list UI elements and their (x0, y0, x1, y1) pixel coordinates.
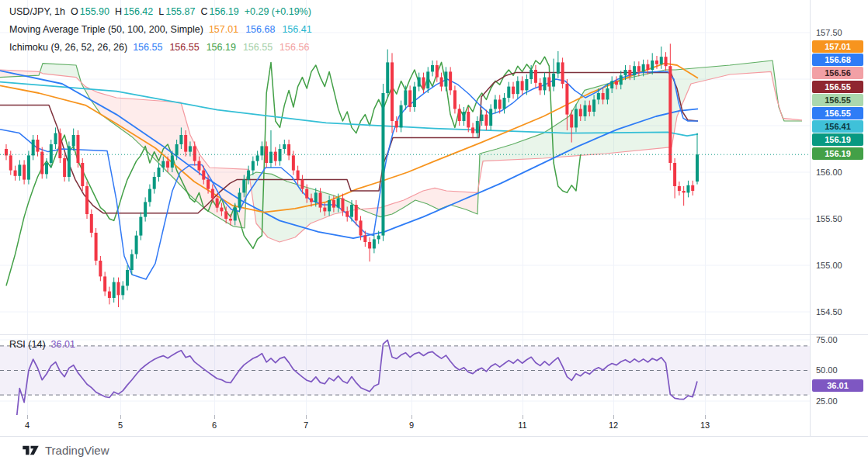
ichimoku-value: 156.55 (133, 42, 162, 53)
rsi-axis-label: 75.00 (816, 334, 838, 345)
ichimoku-legend-row[interactable]: Ichimoku (9, 26, 52, 26, 26) 156.55156.5… (9, 42, 309, 53)
price-badge: 156.19 (812, 147, 863, 160)
ichimoku-value: 156.19 (207, 42, 236, 53)
rsi-axis-label: 50.00 (816, 365, 838, 375)
time-axis-label: 7 (304, 420, 308, 430)
price-badge: 156.55 (812, 107, 863, 119)
chart-canvas[interactable] (0, 0, 868, 467)
rsi-axis-label: 25.00 (816, 396, 838, 406)
symbol-title: USD/JPY, 1h (9, 6, 65, 17)
symbol-legend-row[interactable]: USD/JPY, 1h O155.90 H156.42 L155.87 C156… (9, 6, 311, 17)
price-axis[interactable]: 157.50156.00155.50155.00154.5075.0050.00… (811, 0, 868, 436)
ma-value: 156.41 (282, 24, 311, 35)
price-badge: 156.41 (812, 120, 863, 133)
ichimoku-value: 156.55 (169, 42, 199, 53)
tradingview-chart-widget: USD/JPY, 1h O155.90 H156.42 L155.87 C156… (0, 0, 868, 467)
price-change: +0.29 (+0.19%) (245, 6, 311, 17)
ichimoku-cloud (0, 61, 802, 242)
time-axis-label: 13 (700, 420, 710, 430)
price-axis-label: 157.50 (816, 27, 842, 38)
ma-triple-legend-row[interactable]: Moving Average Triple (50, 100, 200, Sim… (9, 24, 312, 35)
rsi-badge: 36.01 (812, 379, 863, 392)
candles (5, 43, 699, 307)
price-axis-label: 156.00 (816, 167, 842, 178)
price-badge: 156.55 (812, 94, 863, 106)
ichimoku-value: 156.56 (279, 42, 309, 53)
price-badge: 156.55 (812, 81, 863, 93)
rsi-legend-row[interactable]: RSI (14) 36.01 (9, 339, 75, 350)
ma-value: 157.01 (209, 24, 238, 35)
tradingview-logo-icon (22, 443, 40, 458)
time-axis-label: 9 (409, 420, 414, 430)
ohlc-open: O155.90 (71, 6, 109, 17)
tradingview-logo-text: TradingView (45, 444, 109, 457)
price-axis-label: 154.50 (816, 306, 842, 317)
ichimoku-value: 156.55 (243, 42, 273, 53)
time-axis-label: 4 (25, 420, 30, 430)
ohlc-close: C156.19 (200, 6, 238, 17)
ma-value: 156.68 (245, 24, 275, 35)
time-axis-label: 6 (212, 420, 217, 430)
price-axis-label: 155.50 (816, 213, 842, 224)
ichimoku-values: 156.55156.55156.19156.55156.56 (133, 42, 309, 53)
main-pane (0, 43, 802, 307)
ohlc-low: L155.87 (158, 6, 195, 17)
time-axis-label: 5 (118, 420, 123, 430)
rsi-value: 36.01 (51, 339, 75, 350)
price-badge: 156.56 (812, 67, 863, 79)
ichimoku-label: Ichimoku (9, 26, 52, 26, 26) (9, 42, 127, 53)
time-axis-label: 12 (609, 420, 618, 430)
price-badge: 156.68 (812, 54, 863, 66)
ma-triple-label: Moving Average Triple (50, 100, 200, Sim… (9, 24, 203, 35)
time-axis-label: 11 (518, 420, 526, 430)
tradingview-logo[interactable]: TradingView (22, 443, 109, 458)
rsi-label: RSI (14) (9, 339, 46, 350)
time-axis[interactable]: 45679111213 (0, 416, 810, 436)
price-badge: 156.19 (812, 133, 863, 146)
price-axis-label: 155.00 (816, 260, 842, 271)
price-badge: 157.01 (812, 40, 863, 53)
ma-triple-values: 157.01156.68156.41 (209, 24, 312, 35)
ohlc-high: H156.42 (115, 6, 153, 17)
